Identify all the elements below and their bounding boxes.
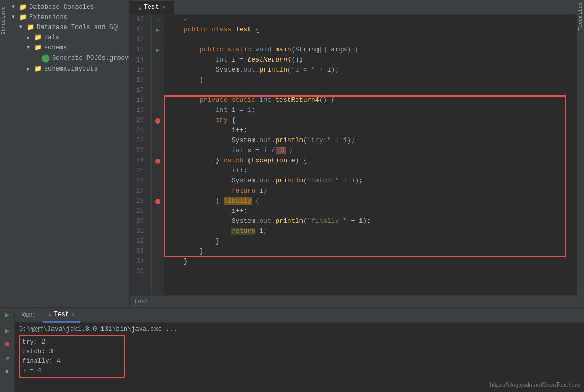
line-num-24: 24	[130, 156, 147, 166]
sidebar-item-generate-pojos[interactable]: ⬤ Generate POJOs.groovy	[7, 53, 129, 64]
code-line-32: }	[168, 237, 577, 247]
gutter-10: ✓	[152, 15, 164, 25]
line-num-16: 16	[130, 75, 147, 85]
gutter-29	[152, 206, 164, 216]
sidebar-item-database-tools[interactable]: ▼ 📁 Database Tools and SQL	[7, 22, 129, 32]
output-line-3: finally: 4	[22, 356, 122, 366]
code-line-24: } catch (Exception e) {	[168, 156, 577, 166]
gutter-11: ▶	[152, 25, 164, 35]
stop-button[interactable]: ■	[2, 338, 13, 350]
sidebar-item-schema-layouts[interactable]: ▶ 📁 schema.layouts	[7, 64, 129, 74]
sidebar-item-data[interactable]: ▶ 📁 data	[7, 32, 129, 42]
line-num-18: 18	[130, 95, 147, 106]
code-line-17	[168, 85, 577, 95]
console-command: D:\软件\Java\jdk1.8.0_131\bin\java.exe ...	[19, 325, 580, 334]
bottom-toolbar-area: ▶	[0, 308, 15, 323]
bottom-tab-bar: ▶ Run: ☕ Test ✕	[0, 308, 584, 323]
bottom-tab-test[interactable]: ☕ Test ✕	[43, 308, 80, 323]
line-num-23: 23	[130, 146, 147, 156]
line-num-11: 11	[130, 25, 147, 35]
tab-close-button[interactable]: ✕	[162, 4, 165, 11]
code-line-35	[168, 267, 577, 277]
arrow-icon: ▼	[27, 45, 34, 50]
sidebar-label: schema.layouts	[44, 65, 98, 73]
gutter-18	[152, 95, 164, 106]
code-line-22: System.out.println("try:" + i);	[168, 136, 577, 146]
sidebar-item-schema[interactable]: ▼ 📁 schema	[7, 42, 129, 53]
code-line-18: private static int testReturn4() {	[168, 95, 577, 106]
line-num-14: 14	[130, 55, 147, 65]
favorites-tab[interactable]: Favorites	[578, 2, 583, 31]
run-button[interactable]: ▶	[5, 310, 9, 319]
file-icon: ⬤	[41, 54, 50, 63]
line-num-29: 29	[130, 206, 147, 216]
code-line-27: return i;	[168, 186, 577, 196]
right-panel: Favorites	[577, 0, 584, 307]
folder-icon: 📁	[34, 43, 42, 51]
arrow-icon: ▶	[27, 34, 34, 41]
editor-footer: Test	[130, 295, 577, 307]
gutter-23	[152, 146, 164, 156]
scroll-button[interactable]: ≡	[2, 366, 13, 378]
gutter-21	[152, 126, 164, 136]
rerun-button[interactable]: ↺	[2, 352, 13, 364]
code-line-33: }	[168, 247, 577, 257]
gutter-25	[152, 166, 164, 176]
line-num-30: 30	[130, 216, 147, 227]
project-sidebar: ▼ 📁 Database Consoles ▼ 📁 Extensions ▼ 📁…	[7, 0, 130, 307]
line-num-28: 28	[130, 196, 147, 206]
code-line-21: i++;	[168, 126, 577, 136]
output-line-4: i = 4	[22, 366, 122, 376]
output-line-1: try: 2	[22, 337, 122, 347]
sidebar-label: data	[44, 34, 59, 41]
editor-main: 10 11 12 13 14 15 16 17 18 19 20 21 22 2…	[130, 15, 577, 295]
code-editor[interactable]: ✓ public class Test { public static void…	[164, 15, 577, 295]
code-line-31: return i;	[168, 227, 577, 237]
folder-icon: 📁	[34, 65, 42, 73]
gutter-34	[152, 257, 164, 267]
line-num-35: 35	[130, 267, 147, 277]
tab-test[interactable]: ☕ Test ✕	[130, 1, 174, 14]
line-num-33: 33	[130, 247, 147, 257]
tab-icon: ☕	[48, 311, 52, 318]
gutter-27	[152, 186, 164, 196]
play-button[interactable]: ▶	[2, 325, 13, 336]
line-num-22: 22	[130, 136, 147, 146]
folder-icon: 📁	[19, 13, 27, 21]
output-line-2: catch: 3	[22, 347, 122, 356]
line-num-27: 27	[130, 186, 147, 196]
code-line-12	[168, 35, 577, 45]
sidebar-label: Generate POJOs.groovy	[52, 55, 129, 62]
code-line-26: System.out.println("catch:" + i);	[168, 176, 577, 186]
footer-filename: Test	[134, 298, 149, 306]
sidebar-item-database-consoles[interactable]: ▼ 📁 Database Consoles	[7, 2, 129, 12]
code-line-16: }	[168, 75, 577, 85]
code-line-11: public class Test {	[168, 25, 577, 35]
line-num-34: 34	[130, 257, 147, 267]
code-line-19: int i = 1;	[168, 106, 577, 116]
line-num-15: 15	[130, 65, 147, 75]
code-line-28: } finally {	[168, 196, 577, 206]
gutter-35	[152, 267, 164, 277]
code-line-23: int x = i / 0 ;	[168, 146, 577, 156]
structure-tab[interactable]: Structure	[1, 4, 6, 37]
code-line-34: }	[168, 257, 577, 267]
code-line-25: i++;	[168, 166, 577, 176]
gutter-26	[152, 176, 164, 186]
sidebar-label: Database Tools and SQL	[37, 24, 121, 31]
line-num-20: 20	[130, 116, 147, 126]
gutter-19	[152, 106, 164, 116]
line-num-12: 12	[130, 35, 147, 45]
checkmark-icon: ✓	[156, 16, 160, 23]
line-num-19: 19	[130, 106, 147, 116]
sidebar-item-extensions[interactable]: ▼ 📁 Extensions	[7, 12, 129, 22]
gutter-30	[152, 216, 164, 227]
editor-tab-bar: ☕ Test ✕	[130, 0, 577, 15]
line-num-13: 13	[130, 45, 147, 55]
line-num-32: 32	[130, 237, 147, 247]
code-line-14: int i = testReturn4();	[168, 55, 577, 65]
gutter-28	[152, 196, 164, 206]
code-line-30: System.out.println("finally:" + i);	[168, 216, 577, 227]
sidebar-label: Database Consoles	[29, 4, 94, 11]
bottom-tab-close[interactable]: ✕	[72, 311, 75, 318]
